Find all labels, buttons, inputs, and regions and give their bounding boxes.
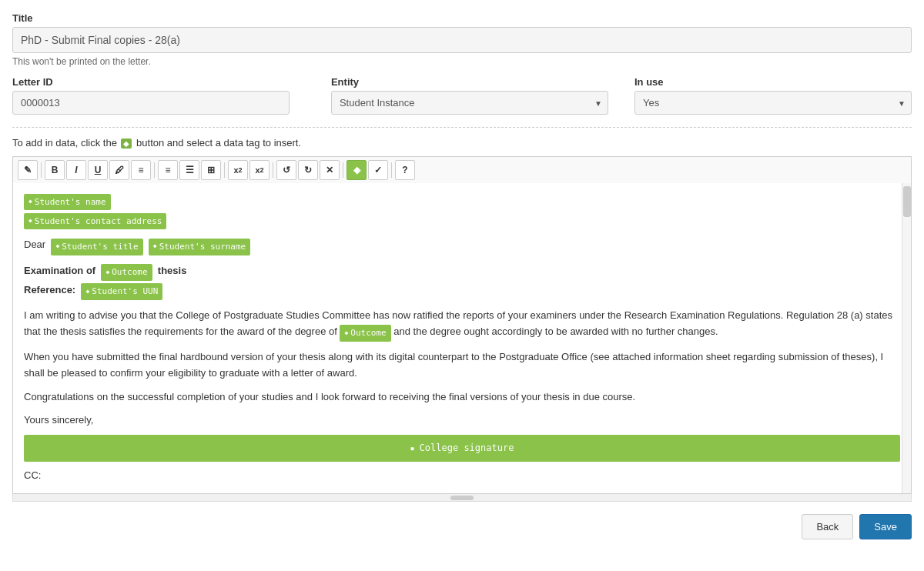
tag-students-name[interactable]: Student's name bbox=[24, 194, 111, 211]
tag-students-title[interactable]: Student's title bbox=[51, 239, 142, 255]
para2: When you have submitted the final hardbo… bbox=[24, 349, 900, 382]
reference-label: Reference: bbox=[24, 284, 75, 296]
tag-students-contact-address[interactable]: Student's contact address bbox=[24, 213, 166, 230]
entity-col: Entity Student Instance Staff Member Cou… bbox=[331, 76, 622, 115]
save-button[interactable]: Save bbox=[859, 514, 912, 539]
toolbar-align-btn[interactable]: ≡ bbox=[131, 160, 151, 180]
in-use-col: In use Yes No ▼ bbox=[634, 76, 912, 115]
title-note: This won't be printed on the letter. bbox=[12, 56, 912, 67]
exam-suffix: thesis bbox=[158, 265, 187, 276]
letter-id-input[interactable] bbox=[12, 91, 290, 115]
toolbar-undo-btn[interactable]: ↺ bbox=[276, 160, 296, 180]
entity-select[interactable]: Student Instance Staff Member Course bbox=[331, 91, 608, 115]
toolbar-sub-btn[interactable]: x2 bbox=[228, 160, 248, 180]
letter-id-label: Letter ID bbox=[12, 76, 319, 88]
exam-line: Examination of Outcome thesis bbox=[24, 263, 900, 281]
entity-select-wrap: Student Instance Staff Member Course ▼ bbox=[331, 91, 608, 115]
para1-text2: and the degree ought accordingly to be a… bbox=[393, 326, 718, 337]
back-button[interactable]: Back bbox=[802, 514, 853, 539]
footer-row: Back Save bbox=[12, 514, 912, 539]
toolbar-tag-btn[interactable]: ◆ bbox=[346, 160, 367, 180]
dear-line: Dear Student's title Student's surname bbox=[24, 237, 900, 255]
toolbar-sep-3 bbox=[224, 162, 225, 178]
scrollbar-thumb bbox=[903, 186, 911, 217]
editor-content[interactable]: Student's name Student's contact address… bbox=[13, 183, 911, 493]
entity-label: Entity bbox=[331, 76, 622, 88]
instruction-text: To add in data, click the ◆ button and s… bbox=[12, 137, 912, 149]
divider bbox=[12, 127, 912, 128]
toolbar-ul-btn[interactable]: ≡ bbox=[158, 160, 178, 180]
in-use-label: In use bbox=[634, 76, 912, 88]
cc-line: CC: bbox=[24, 468, 900, 484]
closing-line: Yours sincerely, bbox=[24, 412, 900, 429]
toolbar-underline-btn[interactable]: U bbox=[88, 160, 108, 180]
tag-students-uun[interactable]: Student's UUN bbox=[81, 283, 162, 300]
dear-text: Dear bbox=[24, 239, 45, 250]
tag-outcome-exam[interactable]: Outcome bbox=[101, 264, 152, 281]
toolbar-sup-btn[interactable]: x2 bbox=[249, 160, 270, 180]
tag-students-name-line: Student's name bbox=[24, 192, 900, 210]
toolbar-sep-6 bbox=[391, 162, 392, 178]
in-use-select-wrap: Yes No ▼ bbox=[634, 91, 912, 115]
toolbar-table-btn[interactable]: ⊞ bbox=[201, 160, 221, 180]
h-scrollbar-thumb bbox=[450, 496, 474, 500]
in-use-select[interactable]: Yes No bbox=[634, 91, 912, 115]
toolbar-remove-btn[interactable]: ✕ bbox=[320, 160, 340, 180]
editor-toolbar: ✎ B I U 🖊 ≡ ≡ ☰ ⊞ x2 x2 ↺ ↻ ✕ ◆ ✓ ? bbox=[12, 156, 912, 183]
para1: I am writing to advise you that the Coll… bbox=[24, 308, 900, 342]
toolbar-pencil-btn[interactable]: ✎ bbox=[18, 160, 38, 180]
letter-id-col: Letter ID bbox=[12, 76, 319, 115]
toolbar-sep-5 bbox=[343, 162, 343, 178]
tag-contact-address-line: Student's contact address bbox=[24, 212, 900, 229]
reference-line: Reference: Student's UUN bbox=[24, 282, 900, 300]
editor-scrollbar[interactable] bbox=[902, 183, 911, 493]
tag-students-surname[interactable]: Student's surname bbox=[149, 239, 250, 255]
exam-prefix: Examination of bbox=[24, 265, 95, 276]
editor-container: Student's name Student's contact address… bbox=[12, 183, 912, 494]
para3: Congratulations on the successful comple… bbox=[24, 389, 900, 406]
toolbar-check-btn[interactable]: ✓ bbox=[368, 160, 388, 180]
toolbar-redo-btn[interactable]: ↻ bbox=[298, 160, 318, 180]
tag-outcome-para[interactable]: Outcome bbox=[340, 325, 390, 342]
toolbar-italic-btn[interactable]: I bbox=[66, 160, 86, 180]
tag-college-signature[interactable]: College signature bbox=[24, 435, 900, 462]
toolbar-ol-btn[interactable]: ☰ bbox=[179, 160, 199, 180]
title-section: Title This won't be printed on the lette… bbox=[12, 12, 912, 67]
toolbar-help-btn[interactable]: ? bbox=[395, 160, 415, 180]
horizontal-scrollbar[interactable] bbox=[12, 494, 912, 502]
toolbar-sep-2 bbox=[154, 162, 155, 178]
toolbar-sep-1 bbox=[41, 162, 42, 178]
form-row: Letter ID Entity Student Instance Staff … bbox=[12, 76, 912, 115]
title-label: Title bbox=[12, 12, 912, 24]
toolbar-color-btn[interactable]: 🖊 bbox=[109, 160, 129, 180]
tag-icon-inline: ◆ bbox=[121, 139, 132, 149]
title-input[interactable] bbox=[12, 27, 912, 53]
toolbar-bold-btn[interactable]: B bbox=[45, 160, 65, 180]
toolbar-sep-4 bbox=[273, 162, 273, 178]
